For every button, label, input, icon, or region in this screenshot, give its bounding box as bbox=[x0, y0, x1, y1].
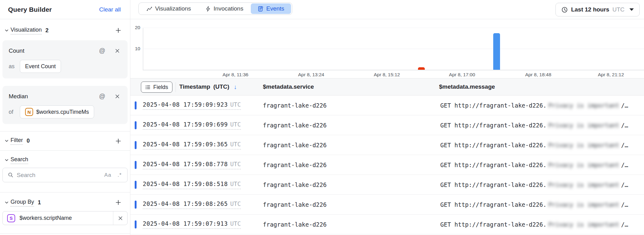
add-visualization-button[interactable] bbox=[114, 26, 123, 35]
table-row[interactable]: 2025-04-08 17:59:08:265UTC fragrant-lake… bbox=[130, 195, 644, 215]
table-row[interactable]: 2025-04-08 17:59:09:365UTC fragrant-lake… bbox=[130, 135, 644, 155]
chart-bar[interactable] bbox=[493, 33, 500, 70]
event-severity-bar bbox=[135, 101, 137, 109]
visualization-card-count: Count @ as Event Count bbox=[2, 40, 128, 78]
event-severity-bar bbox=[135, 161, 137, 169]
timestamp-cell[interactable]: 2025-04-08 17:59:08:778UTC bbox=[143, 161, 241, 169]
visualization-count: 2 bbox=[46, 27, 49, 34]
chevron-down-icon bbox=[2, 28, 11, 33]
message-cell: GET http://fragrant-lake-d226.Privacy is… bbox=[440, 122, 628, 129]
tab-events[interactable]: Events bbox=[251, 3, 291, 14]
column-header-message[interactable]: $metadata.message bbox=[439, 78, 495, 95]
timestamp-cell[interactable]: 2025-04-08 17:59:08:265UTC bbox=[143, 200, 241, 209]
regex-toggle[interactable]: .* bbox=[118, 172, 122, 178]
sort-descending-icon[interactable]: ↓ bbox=[234, 83, 237, 91]
filter-label: Filter bbox=[11, 137, 23, 145]
event-severity-bar bbox=[135, 181, 137, 189]
visualization-section-header[interactable]: Visualization 2 bbox=[0, 25, 130, 36]
y-axis-tick-label: 20 bbox=[130, 25, 140, 30]
search-box: Aa .* bbox=[2, 168, 128, 182]
table-row[interactable]: 2025-04-08 17:59:09:923UTC fragrant-lake… bbox=[130, 95, 644, 115]
service-cell: fragrant-lake-d226 bbox=[263, 181, 327, 188]
close-icon bbox=[115, 94, 120, 99]
number-type-icon: N bbox=[25, 108, 33, 116]
message-cell: GET http://fragrant-lake-d226.Privacy is… bbox=[440, 181, 628, 188]
filter-section: Filter 0 bbox=[0, 131, 130, 151]
group-by-chip[interactable]: S $workers.scriptName bbox=[2, 211, 128, 225]
service-cell: fragrant-lake-d226 bbox=[263, 122, 327, 129]
clear-all-link[interactable]: Clear all bbox=[99, 6, 121, 13]
table-header: Fields Timestamp (UTC) ↓ $metadata.servi… bbox=[130, 78, 644, 95]
search-input[interactable] bbox=[17, 172, 98, 179]
visualization-section: Visualization 2 Count @ bbox=[0, 19, 130, 131]
plus-icon bbox=[115, 27, 121, 33]
string-type-icon: S bbox=[7, 214, 15, 222]
gridline bbox=[143, 28, 644, 28]
visualization-label: Visualization bbox=[11, 27, 42, 34]
timestamp-cell[interactable]: 2025-04-08 17:59:08:518UTC bbox=[143, 180, 241, 189]
at-sign-icon: @ bbox=[99, 93, 105, 100]
event-count-chip[interactable]: Event Count bbox=[20, 60, 61, 73]
service-cell: fragrant-lake-d226 bbox=[263, 142, 327, 149]
close-icon bbox=[118, 215, 123, 221]
header-divider bbox=[176, 82, 176, 92]
remove-visualization-button[interactable] bbox=[113, 47, 121, 55]
table-row[interactable]: 2025-04-08 17:59:09:699UTC fragrant-lake… bbox=[130, 115, 644, 135]
remove-group-by-button[interactable] bbox=[113, 211, 127, 225]
tab-invocations[interactable]: Invocations bbox=[198, 3, 250, 14]
tab-visualizations[interactable]: Visualizations bbox=[140, 3, 198, 14]
add-group-by-button[interactable] bbox=[114, 198, 123, 207]
fields-button[interactable]: Fields bbox=[141, 82, 172, 93]
message-cell: GET http://fragrant-lake-d226.Privacy is… bbox=[440, 102, 628, 109]
alias-button[interactable]: @ bbox=[98, 46, 107, 55]
match-case-toggle[interactable]: Aa bbox=[104, 172, 111, 178]
card-title: Count bbox=[9, 47, 24, 54]
event-severity-bar bbox=[135, 121, 137, 129]
time-range-value: Last 12 hours bbox=[571, 6, 609, 13]
fields-list-icon bbox=[145, 85, 150, 90]
group-by-field: $workers.scriptName bbox=[20, 215, 113, 221]
alias-prefix: as bbox=[9, 63, 15, 70]
search-label: Search bbox=[11, 156, 28, 164]
results-panel: Visualizations Invocations Events Last 1… bbox=[130, 0, 644, 235]
search-section-header[interactable]: Search bbox=[0, 156, 130, 164]
column-header-timestamp[interactable]: Timestamp (UTC) ↓ bbox=[179, 78, 237, 95]
x-axis-tick-label: Apr 8, 13:24 bbox=[298, 72, 324, 78]
chart-bar[interactable] bbox=[418, 67, 425, 70]
column-header-service[interactable]: $metadata.service bbox=[263, 78, 314, 95]
table-row[interactable]: 2025-04-08 17:59:08:778UTC fragrant-lake… bbox=[130, 155, 644, 175]
events-icon bbox=[258, 6, 263, 12]
timestamp-cell[interactable]: 2025-04-08 17:59:09:923UTC bbox=[143, 101, 241, 110]
table-row[interactable]: 2025-04-08 17:59:08:518UTC fragrant-lake… bbox=[130, 175, 644, 195]
workers-observability-app: Query Builder Clear all Visualization 2 … bbox=[0, 0, 644, 235]
timestamp-cell[interactable]: 2025-04-08 17:59:07:913UTC bbox=[143, 220, 241, 229]
x-axis-tick-label: Apr 8, 18:48 bbox=[525, 72, 551, 78]
cpu-time-field-chip[interactable]: N $workers.cpuTimeMs bbox=[20, 105, 94, 118]
service-cell: fragrant-lake-d226 bbox=[263, 221, 327, 228]
event-count-chart: 1020Apr 8, 11:36Apr 8, 13:24Apr 8, 15:12… bbox=[130, 19, 644, 78]
remove-visualization-button[interactable] bbox=[113, 92, 121, 100]
redacted-text: Privacy is important bbox=[548, 142, 619, 149]
alias-button[interactable]: @ bbox=[98, 91, 107, 101]
sidebar-header: Query Builder Clear all bbox=[0, 0, 130, 19]
redacted-text: Privacy is important bbox=[548, 201, 619, 208]
table-row[interactable]: 2025-04-08 17:59:07:913UTC fragrant-lake… bbox=[130, 215, 644, 234]
chart-plot: 1020Apr 8, 11:36Apr 8, 13:24Apr 8, 15:12… bbox=[143, 28, 644, 70]
add-filter-button[interactable] bbox=[114, 137, 123, 145]
x-axis-tick-label: Apr 8, 11:36 bbox=[223, 72, 248, 78]
timestamp-cell[interactable]: 2025-04-08 17:59:09:365UTC bbox=[143, 141, 241, 149]
visualization-card-median: Median @ of N $workers.cpuTimeMs bbox=[2, 86, 128, 124]
group-by-section: Group By 1 S $workers.scriptName bbox=[0, 193, 130, 234]
message-cell: GET http://fragrant-lake-d226.Privacy is… bbox=[440, 221, 628, 228]
group-by-section-header[interactable]: Group By 1 bbox=[0, 198, 130, 207]
filter-section-header[interactable]: Filter 0 bbox=[0, 137, 130, 145]
time-range-selector[interactable]: Last 12 hours UTC bbox=[555, 3, 640, 16]
gridline bbox=[143, 49, 644, 49]
redacted-text: Privacy is important bbox=[548, 102, 619, 109]
redacted-text: Privacy is important bbox=[548, 221, 619, 228]
group-by-label: Group By bbox=[11, 199, 34, 206]
timestamp-cell[interactable]: 2025-04-08 17:59:09:699UTC bbox=[143, 121, 241, 130]
redacted-text: Privacy is important bbox=[548, 181, 619, 188]
message-cell: GET http://fragrant-lake-d226.Privacy is… bbox=[440, 142, 628, 149]
clock-icon bbox=[561, 7, 568, 13]
